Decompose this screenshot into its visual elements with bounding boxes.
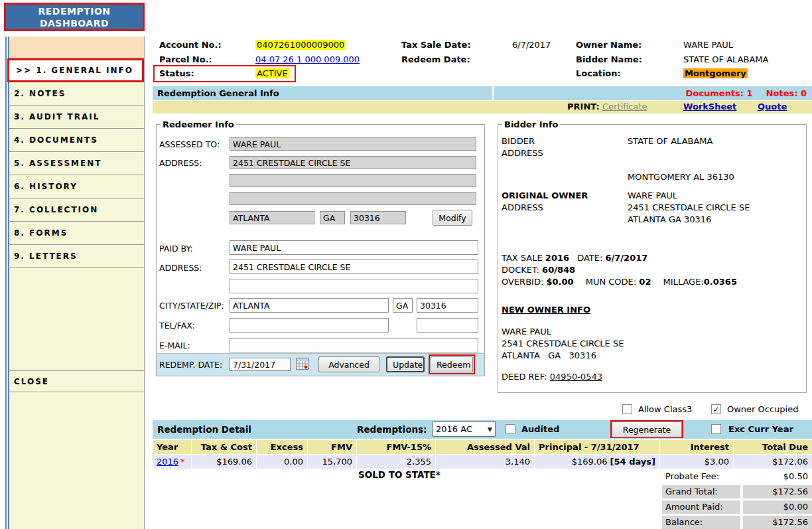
mun-code-value: 02: [639, 277, 651, 287]
redemptions-select[interactable]: 2016 AC ▼: [433, 421, 496, 437]
print-worksheet-link[interactable]: WorkSheet: [683, 102, 736, 112]
redemp-date-label: REDEMP. DATE:: [159, 360, 222, 370]
assessed-zip-input[interactable]: [350, 211, 406, 224]
paid-city-input[interactable]: [230, 298, 389, 313]
audited-checkbox[interactable]: [506, 424, 515, 434]
sidebar-item-collection[interactable]: 7. COLLECTION: [9, 198, 144, 222]
assessed-address1-input[interactable]: [230, 156, 476, 169]
sidebar-item-label: CLOSE: [14, 377, 49, 386]
col-year: Year: [153, 440, 191, 454]
redeem-button[interactable]: Redeem: [431, 356, 473, 372]
bidder-info-legend: Bidder Info: [502, 119, 560, 129]
original-owner-name: WARE PAUL: [628, 190, 677, 200]
exc-curr-year-checkbox[interactable]: [711, 424, 721, 434]
bidder-name-label: Bidder Name:: [576, 54, 642, 64]
deed-ref-link[interactable]: 04950-0543: [550, 372, 602, 382]
location-value: Montgomery: [683, 68, 748, 78]
owner-name-label: Owner Name:: [576, 40, 642, 50]
sidebar-item-general-info[interactable]: >> 1. GENERAL INFO: [7, 58, 144, 82]
sidebar-item-documents[interactable]: 4. DOCUMENTS: [9, 129, 144, 152]
original-owner-address-label: ADDRESS: [502, 202, 543, 212]
assessed-address3-input[interactable]: [230, 192, 476, 205]
col-assessed-val: Assessed Val: [435, 440, 534, 454]
sidebar-item-letters[interactable]: 9. LETTERS: [9, 245, 144, 268]
new-owner-addr1: 2541 CRESTDALE CIRCLE SE: [502, 339, 624, 348]
calendar-icon[interactable]: [296, 358, 308, 370]
redeem-annotation-box: Redeem: [429, 354, 475, 374]
redemption-detail-bar: Redemption Detail Redemptions: 2016 AC ▼…: [153, 420, 812, 439]
balance-value: $172.56: [743, 516, 812, 529]
print-quote-link[interactable]: Quote: [758, 102, 787, 112]
original-owner-addr2: ATLANTA GA 30316: [628, 214, 711, 224]
account-no-label: Account No.:: [159, 40, 222, 50]
documents-count[interactable]: Documents: 1: [686, 88, 753, 98]
col-tax-cost: Tax & Cost: [191, 440, 256, 454]
tel-input[interactable]: [230, 318, 389, 333]
redeemer-info-legend: Redeemer Info: [161, 119, 236, 129]
sidebar-item-label: 7. COLLECTION: [14, 205, 98, 214]
bidder-city-text: MONTGOMERY AL 36130: [628, 172, 734, 182]
sidebar-item-audit-trail[interactable]: 3. AUDIT TRAIL: [9, 106, 144, 129]
sold-to-state-note: SOLD TO STATE*: [358, 469, 440, 480]
sidebar-item-assessment[interactable]: 5. ASSESSMENT: [9, 152, 144, 175]
sidebar-item-history[interactable]: 6. HISTORY: [9, 175, 144, 198]
paid-zip-input[interactable]: [417, 298, 478, 313]
table-row: 2016* $169.06 0.00 15,700 2,355 3,140 $1…: [153, 455, 812, 469]
docket-value: 60/848: [542, 265, 575, 275]
sidebar-item-label: >> 1. GENERAL INFO: [16, 66, 133, 75]
sidebar-item-forms[interactable]: 8. FORMS: [9, 222, 144, 245]
amount-paid-value: $0.00: [743, 500, 812, 514]
docket-label: DOCKET:: [502, 265, 539, 275]
tax-sale-line: TAX SALE 2016 DATE: 6/7/2017: [502, 253, 647, 263]
redemption-table-header: Year Tax & Cost Excess FMV FMV-15% Asses…: [153, 440, 812, 454]
audited-label: Audited: [521, 424, 559, 434]
print-certificate-link[interactable]: Certificate: [602, 102, 647, 112]
update-button[interactable]: Update: [386, 356, 425, 372]
page-title-line1: REDEMPTION: [38, 5, 110, 17]
bidder-name-text: STATE OF ALABAMA: [628, 136, 712, 146]
advanced-button[interactable]: Advanced: [318, 356, 379, 372]
assessed-state-input[interactable]: [320, 211, 345, 224]
year-link[interactable]: 2016: [157, 457, 178, 467]
redemptions-select-value: 2016 AC: [436, 424, 472, 434]
parcel-no-label: Parcel No.:: [159, 54, 212, 64]
paid-address1-input[interactable]: [230, 260, 478, 274]
paid-address-label: ADDRESS:: [159, 263, 202, 273]
redemption-date-strip: REDEMP. DATE: Advanced Update Redeem: [157, 353, 484, 376]
assessed-to-input[interactable]: [230, 137, 476, 151]
tax-sale-date-value: 6/7/2017: [512, 40, 551, 50]
redemp-date-input[interactable]: [230, 358, 291, 371]
allow-class3-checkbox[interactable]: [622, 404, 632, 414]
allow-class3-label: Allow Class3: [638, 404, 692, 414]
fax-input[interactable]: [417, 318, 478, 333]
sidebar-item-label: 9. LETTERS: [14, 252, 78, 261]
overbid-value: $0.00: [546, 277, 573, 287]
probate-fee-label: Probate Fee:: [662, 470, 740, 483]
col-excess: Excess: [256, 440, 307, 454]
regenerate-button[interactable]: Regenerate: [612, 421, 682, 437]
sidebar-item-notes[interactable]: 2. NOTES: [9, 82, 144, 106]
balance-label: Balance:: [662, 516, 740, 529]
status-label: Status:: [159, 68, 194, 78]
millage-label: MILLAGE:: [663, 277, 704, 287]
paid-by-input[interactable]: [230, 240, 478, 255]
assessed-city-input[interactable]: [230, 211, 314, 224]
email-input[interactable]: [230, 338, 478, 352]
parcel-no-link[interactable]: 04 07 26 1 000 009.000: [255, 54, 360, 64]
tax-cost-cell: $169.06: [191, 455, 256, 469]
sidebar-item-label: 6. HISTORY: [14, 182, 78, 191]
paid-address2-input[interactable]: [230, 279, 478, 293]
assessed-address2-input[interactable]: [230, 174, 476, 187]
sidebar-item-close[interactable]: CLOSE: [9, 370, 144, 392]
owner-occupied-checkbox[interactable]: ✓: [711, 404, 721, 414]
principal-days: [54 days]: [610, 457, 655, 467]
notes-count[interactable]: Notes: 0: [766, 88, 807, 98]
col-principal: Principal - 7/31/2017: [534, 440, 659, 454]
account-no-value: 0407261000009000: [255, 40, 346, 50]
tax-sale-date-label: Tax Sale Date:: [401, 40, 471, 50]
email-label: E-MAIL:: [159, 340, 190, 350]
assessed-address-label: ADDRESS:: [159, 158, 202, 168]
new-owner-heading: NEW OWNER INFO: [502, 305, 590, 315]
modify-button[interactable]: Modify: [433, 210, 472, 226]
paid-state-input[interactable]: [393, 298, 413, 313]
